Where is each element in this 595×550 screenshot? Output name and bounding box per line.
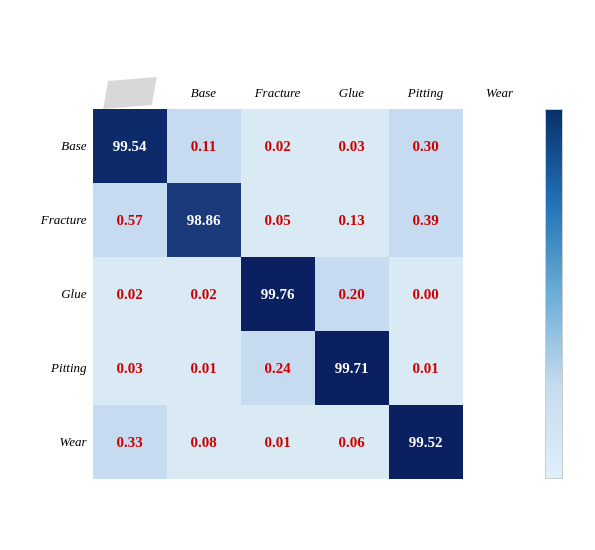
cell-4-3: 0.06 <box>315 405 389 479</box>
cell-4-4: 99.52 <box>389 405 463 479</box>
cell-1-0: 0.57 <box>93 183 167 257</box>
cell-value-4-1: 0.08 <box>190 434 216 451</box>
cell-3-2: 0.24 <box>241 331 315 405</box>
cell-value-3-4: 0.01 <box>412 360 438 377</box>
cell-value-4-4: 99.52 <box>409 434 443 451</box>
row-label-fracture: Fracture <box>41 183 91 257</box>
name-cell <box>93 77 167 109</box>
cell-2-2: 99.76 <box>241 257 315 331</box>
cell-2-3: 0.20 <box>315 257 389 331</box>
col-label-wear: Wear <box>463 77 537 109</box>
cell-value-4-0: 0.33 <box>116 434 142 451</box>
cell-0-4: 0.30 <box>389 109 463 183</box>
cell-2-0: 0.02 <box>93 257 167 331</box>
col-label-glue: Glue <box>315 77 389 109</box>
cell-2-4: 0.00 <box>389 257 463 331</box>
cell-3-3: 99.71 <box>315 331 389 405</box>
cell-value-1-2: 0.05 <box>264 212 290 229</box>
cell-0-2: 0.02 <box>241 109 315 183</box>
confusion-matrix-chart: BaseFractureGluePittingWear BaseFracture… <box>33 71 563 479</box>
cell-value-4-2: 0.01 <box>264 434 290 451</box>
cell-value-2-1: 0.02 <box>190 286 216 303</box>
row-labels: BaseFractureGluePittingWear <box>37 77 91 479</box>
row-label-wear: Wear <box>60 405 91 479</box>
grid-section: BaseFractureGluePittingWear 99.540.110.0… <box>93 77 537 479</box>
cell-value-2-4: 0.00 <box>412 286 438 303</box>
cell-value-0-3: 0.03 <box>338 138 364 155</box>
cell-3-4: 0.01 <box>389 331 463 405</box>
grid-rows: 99.540.110.020.030.300.5798.860.050.130.… <box>93 109 537 479</box>
col-label-fracture: Fracture <box>241 77 315 109</box>
cell-value-0-1: 0.11 <box>191 138 216 155</box>
cell-value-1-4: 0.39 <box>412 212 438 229</box>
cell-3-1: 0.01 <box>167 331 241 405</box>
row-label-pitting: Pitting <box>51 331 90 405</box>
cell-4-1: 0.08 <box>167 405 241 479</box>
cell-value-3-1: 0.01 <box>190 360 216 377</box>
grid-row-4: 0.330.080.010.0699.52 <box>93 405 537 479</box>
cell-value-3-0: 0.03 <box>116 360 142 377</box>
cell-1-2: 0.05 <box>241 183 315 257</box>
name-diamond <box>103 77 157 109</box>
cell-value-1-3: 0.13 <box>338 212 364 229</box>
cell-value-0-2: 0.02 <box>264 138 290 155</box>
grid-row-0: 99.540.110.020.030.30 <box>93 109 537 183</box>
row-label-base: Base <box>61 109 90 183</box>
cell-value-3-2: 0.24 <box>264 360 290 377</box>
grid-row-3: 0.030.010.2499.710.01 <box>93 331 537 405</box>
cell-value-2-2: 99.76 <box>261 286 295 303</box>
cell-value-2-3: 0.20 <box>338 286 364 303</box>
colorbar-wrapper <box>545 109 563 479</box>
cell-value-0-0: 99.54 <box>113 138 147 155</box>
cell-value-2-0: 0.02 <box>116 286 142 303</box>
cell-value-3-3: 99.71 <box>335 360 369 377</box>
cell-4-2: 0.01 <box>241 405 315 479</box>
cell-0-3: 0.03 <box>315 109 389 183</box>
cell-value-4-3: 0.06 <box>338 434 364 451</box>
colorbar <box>545 109 563 479</box>
grid-row-1: 0.5798.860.050.130.39 <box>93 183 537 257</box>
cell-0-1: 0.11 <box>167 109 241 183</box>
cell-0-0: 99.54 <box>93 109 167 183</box>
cell-1-4: 0.39 <box>389 183 463 257</box>
grid-row-2: 0.020.0299.760.200.00 <box>93 257 537 331</box>
cell-2-1: 0.02 <box>167 257 241 331</box>
cell-value-1-1: 98.86 <box>187 212 221 229</box>
cell-4-0: 0.33 <box>93 405 167 479</box>
col-labels-row: BaseFractureGluePittingWear <box>93 77 537 109</box>
cell-3-0: 0.03 <box>93 331 167 405</box>
cell-value-1-0: 0.57 <box>116 212 142 229</box>
col-label-pitting: Pitting <box>389 77 463 109</box>
row-label-glue: Glue <box>61 257 90 331</box>
cell-value-0-4: 0.30 <box>412 138 438 155</box>
cell-1-1: 98.86 <box>167 183 241 257</box>
col-label-base: Base <box>167 77 241 109</box>
cell-1-3: 0.13 <box>315 183 389 257</box>
